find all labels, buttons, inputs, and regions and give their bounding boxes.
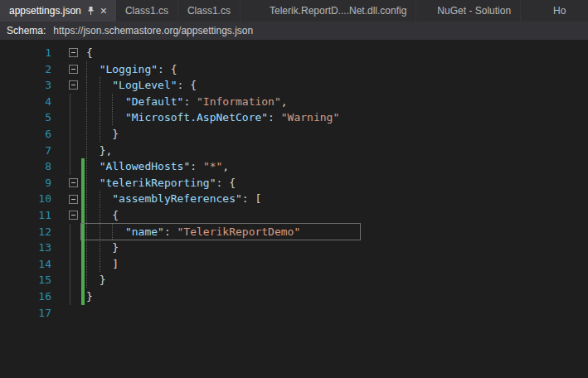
code-line-17[interactable]: 17: [0, 305, 588, 322]
line-body: "Microsoft.AspNetCore": "Warning": [81, 109, 339, 126]
fold-connector-line: [70, 109, 70, 126]
token-punctuation: :: [190, 160, 203, 172]
code-line-15[interactable]: 15 }: [0, 272, 588, 288]
code-line-7[interactable]: 7 },: [0, 143, 588, 159]
code-line-9[interactable]: 9 "telerikReporting": {: [0, 175, 588, 191]
code-text: },: [85, 143, 112, 159]
tab-class1-cs[interactable]: Class1.cs: [178, 0, 241, 22]
code-line-5[interactable]: 5 "Microsoft.AspNetCore": "Warning": [0, 109, 588, 126]
fold-margin: [55, 94, 81, 110]
token-key: "Logging": [100, 63, 158, 75]
line-body: ]: [81, 256, 119, 273]
tab-class1-cs[interactable]: Class1.cs: [116, 0, 178, 22]
fold-margin: [55, 305, 81, 322]
vs-editor-window: appsettings.json × Class1.cs Class1.cs T…: [0, 0, 588, 321]
collapse-icon[interactable]: [69, 195, 78, 204]
line-body: }: [81, 272, 105, 288]
code-line-11[interactable]: 11 {: [0, 207, 588, 224]
line-number: 16: [0, 288, 55, 305]
fold-connector-line: [70, 240, 70, 256]
indent-guide: [100, 94, 113, 109]
fold-margin: [55, 207, 81, 224]
tab-nuget-solution[interactable]: NuGet - Solution: [428, 0, 521, 22]
code-text: }: [85, 240, 119, 256]
code-area: 1 { 2 "Logging": { 3 "LogLevel": { 4 "De…: [0, 45, 588, 321]
line-body: "name": "TelerikReportDemo": [81, 224, 360, 240]
token-string: "TelerikReportDemo": [177, 225, 301, 238]
indent-guide: [100, 207, 113, 223]
token-key: "Microsoft.AspNetCore": [125, 111, 268, 124]
token-punctuation: :: [268, 111, 281, 124]
indent-guide: [86, 109, 100, 125]
collapse-icon[interactable]: [69, 48, 78, 57]
fold-margin: [55, 224, 81, 240]
line-body: [81, 305, 86, 322]
code-line-13[interactable]: 13 }: [0, 240, 588, 256]
code-line-16[interactable]: 16 }: [0, 288, 588, 305]
collapse-icon[interactable]: [69, 65, 78, 74]
token-string: "Warning": [281, 111, 339, 124]
indent-guide: [86, 256, 100, 272]
code-line-6[interactable]: 6 }: [0, 126, 588, 143]
fold-connector-line: [70, 272, 70, 288]
line-number: 7: [0, 143, 55, 159]
indent-guide: [112, 94, 125, 109]
code-text: "LogLevel": {: [85, 77, 197, 94]
fold-margin: [55, 175, 81, 191]
token-punctuation: :: [164, 225, 177, 238]
fold-margin: [55, 143, 81, 159]
collapse-icon[interactable]: [69, 80, 78, 90]
collapse-icon[interactable]: [69, 178, 78, 187]
line-body: }: [81, 126, 119, 143]
pin-icon[interactable]: [86, 6, 95, 16]
fold-connector-line: [70, 94, 70, 110]
fold-margin: [55, 158, 81, 175]
close-icon[interactable]: ×: [100, 5, 107, 17]
collapse-icon[interactable]: [69, 211, 78, 220]
token-key: "name": [125, 225, 164, 238]
line-body: "Default": "Information",: [81, 94, 288, 110]
tab-appsettings-json[interactable]: appsettings.json ×: [0, 0, 116, 22]
token-punctuation: : {: [177, 79, 197, 91]
token-key: "Default": [125, 95, 183, 108]
line-body: "assemblyReferences": [: [81, 191, 261, 207]
token-punctuation: }: [86, 290, 93, 303]
token-key: "telerikReporting": [100, 177, 216, 189]
fold-margin: [55, 45, 81, 61]
token-punctuation: ,: [222, 160, 229, 172]
code-line-12[interactable]: 12 "name": "TelerikReportDemo": [0, 224, 588, 240]
fold-margin: [55, 272, 81, 288]
token-punctuation: :: [183, 95, 197, 108]
code-line-1[interactable]: 1 {: [0, 45, 588, 61]
indent-guide: [86, 191, 100, 206]
line-body: "Logging": {: [81, 61, 177, 78]
line-body: "telerikReporting": {: [81, 175, 236, 191]
line-number: 1: [0, 45, 55, 61]
tab-ho[interactable]: Ho: [544, 0, 575, 22]
code-line-14[interactable]: 14 ]: [0, 256, 588, 273]
code-line-8[interactable]: 8 "AllowedHosts": "*",: [0, 158, 588, 175]
indent-guide: [100, 126, 113, 142]
code-line-10[interactable]: 10 "assemblyReferences": [: [0, 191, 588, 207]
schema-url-value[interactable]: https://json.schemastore.org/appsettings…: [53, 25, 253, 36]
tab-telerik-reportd-net-dll-config[interactable]: Telerik.ReportD....Net.dll.config: [260, 0, 416, 22]
editor[interactable]: 1 { 2 "Logging": { 3 "LogLevel": { 4 "De…: [0, 40, 588, 321]
indent-guide: [100, 256, 113, 272]
line-body: }: [81, 240, 119, 256]
schema-bar[interactable]: Schema: https://json.schemastore.org/app…: [0, 22, 588, 40]
code-line-2[interactable]: 2 "Logging": {: [0, 61, 588, 78]
code-text: {: [85, 207, 119, 224]
fold-connector-line: [70, 288, 70, 305]
token-punctuation: ]: [112, 258, 119, 270]
schema-label: Schema:: [7, 25, 46, 36]
code-line-4[interactable]: 4 "Default": "Information",: [0, 94, 588, 110]
code-line-3[interactable]: 3 "LogLevel": {: [0, 77, 588, 94]
indent-guide: [100, 191, 113, 206]
line-number: 8: [0, 158, 55, 175]
tab-label: Telerik.ReportD....Net.dll.config: [270, 5, 406, 17]
code-text: {: [85, 45, 93, 61]
code-text: }: [85, 126, 119, 143]
code-text: "Microsoft.AspNetCore": "Warning": [85, 109, 339, 126]
fold-margin: [55, 109, 81, 126]
line-body: },: [81, 143, 112, 159]
